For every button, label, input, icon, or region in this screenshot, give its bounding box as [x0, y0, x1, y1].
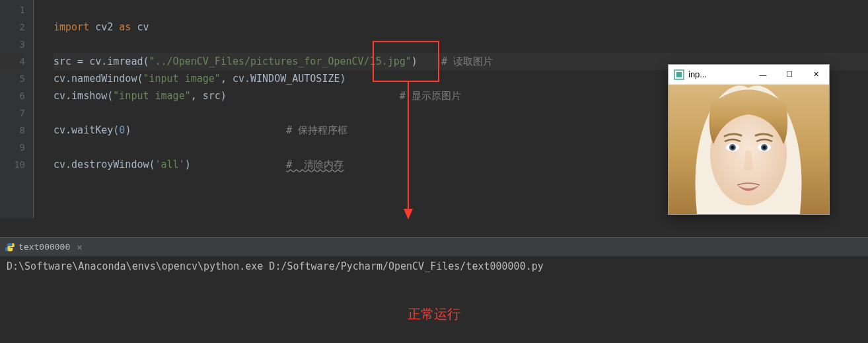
status-annotation: 正常运行: [408, 305, 460, 323]
svg-marker-1: [404, 209, 413, 219]
close-button[interactable]: ✕: [803, 65, 829, 85]
maximize-button[interactable]: ☐: [776, 65, 803, 85]
image-content: [669, 85, 829, 214]
window-titlebar[interactable]: inp... — ☐ ✕: [669, 65, 829, 85]
line-number: 1: [0, 1, 25, 19]
svg-point-10: [731, 146, 735, 149]
line-number: 8: [0, 122, 25, 139]
line-gutter: 1 2 3 4 5 6 7 8 9 10: [0, 0, 33, 218]
line-number: 5: [0, 70, 25, 87]
run-tab-bar: text000000 ×: [0, 238, 868, 256]
svg-point-11: [763, 146, 766, 149]
python-icon: [5, 243, 15, 252]
line-number: 3: [0, 36, 25, 53]
line-number: 10: [0, 156, 25, 173]
code-line: [54, 36, 868, 53]
image-window[interactable]: inp... — ☐ ✕: [668, 64, 830, 215]
code-line: [54, 1, 868, 19]
run-tab[interactable]: text000000 ×: [0, 238, 88, 256]
line-number: 6: [0, 87, 25, 104]
window-title: inp...: [688, 69, 750, 79]
minimize-button[interactable]: —: [750, 65, 776, 85]
line-number: 9: [0, 139, 25, 156]
console-output[interactable]: D:\Software\Anaconda\envs\opencv\python.…: [0, 256, 868, 276]
window-app-icon: [674, 69, 684, 80]
tab-label: text000000: [18, 242, 70, 252]
line-number: 2: [0, 19, 25, 36]
code-line: import cv2 as cv: [54, 19, 868, 36]
run-panel: text000000 × D:\Software\Anaconda\envs\o…: [0, 237, 868, 343]
line-number: 7: [0, 104, 25, 122]
line-number: 4: [0, 53, 25, 70]
svg-rect-3: [676, 72, 682, 77]
tab-close-icon[interactable]: ×: [77, 242, 82, 252]
